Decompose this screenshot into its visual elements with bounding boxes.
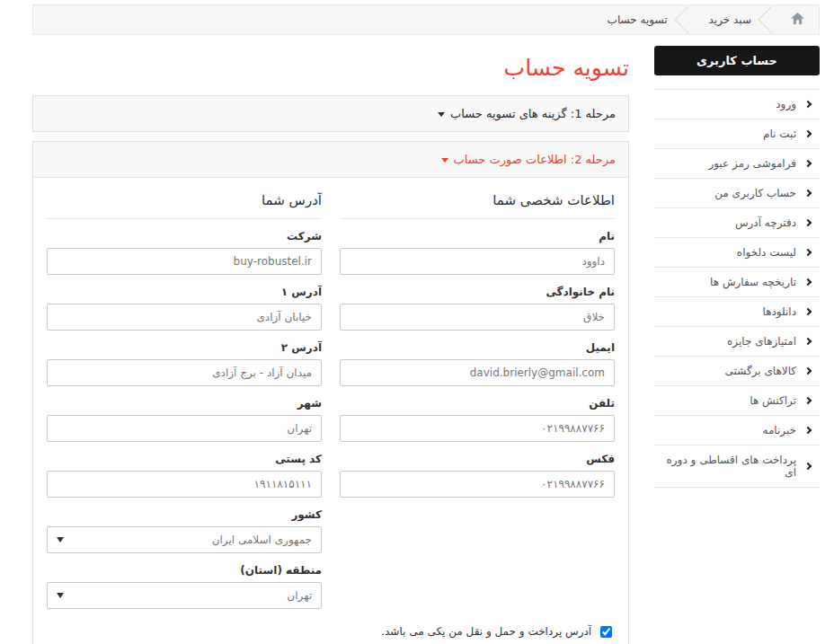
caret-down-icon xyxy=(438,112,445,117)
angle-right-icon xyxy=(804,249,812,256)
sidebar-item-login[interactable]: ورود xyxy=(654,90,820,119)
last-name-input[interactable] xyxy=(340,304,615,331)
postcode-label: کد پستی xyxy=(47,448,322,471)
personal-details-heading: اطلاعات شخصی شما xyxy=(340,192,615,219)
angle-right-icon xyxy=(804,101,812,108)
country-label: کشور xyxy=(47,504,322,526)
last-name-label: نام خانوادگی xyxy=(340,281,615,304)
region-label: منطقه (استان) xyxy=(47,560,322,582)
checkout-content: تسویه حساب مرحله 1: گزینه های تسویه حساب… xyxy=(32,46,629,644)
angle-right-icon xyxy=(804,160,812,167)
address2-input[interactable] xyxy=(47,359,322,386)
angle-right-icon xyxy=(804,278,812,286)
sidebar-item-reward-points[interactable]: امتیازهای جایزه xyxy=(654,327,820,357)
city-input[interactable] xyxy=(47,415,322,442)
sidebar-item-recurring-payments[interactable]: پرداخت های اقساطی و دوره ای xyxy=(654,446,820,488)
email-label: ایمیل xyxy=(340,337,615,359)
first-name-label: نام xyxy=(340,225,615,248)
home-icon xyxy=(791,13,804,27)
first-name-input[interactable] xyxy=(340,248,615,275)
select-arrow-icon xyxy=(57,537,64,543)
step1-header[interactable]: مرحله 1: گزینه های تسویه حساب xyxy=(32,95,629,132)
sidebar-item-register[interactable]: ثبت نام xyxy=(654,119,820,149)
sidebar-item-newsletter[interactable]: خبرنامه xyxy=(654,416,820,446)
city-label: شهر xyxy=(47,393,322,415)
step2-header[interactable]: مرحله 2: اطلاعات صورت حساب xyxy=(33,142,628,178)
angle-right-icon xyxy=(804,130,812,137)
sidebar-menu: ورود ثبت نام فراموشی رمز عبور حساب کاربر… xyxy=(654,89,820,488)
breadcrumb-item-checkout[interactable]: تسویه حساب xyxy=(599,13,677,26)
checkout-page: سبد خرید تسویه حساب حساب کاربری ورود ثبت… xyxy=(0,4,834,644)
company-input[interactable] xyxy=(47,248,322,275)
caret-down-icon xyxy=(441,158,448,163)
breadcrumb-item-cart[interactable]: سبد خرید xyxy=(700,13,760,26)
breadcrumb: سبد خرید تسویه حساب xyxy=(32,4,820,35)
email-input[interactable] xyxy=(340,359,615,386)
angle-right-icon xyxy=(804,463,812,470)
angle-right-icon xyxy=(804,190,812,197)
account-sidebar: حساب کاربری ورود ثبت نام فراموشی رمز عبو… xyxy=(654,46,820,488)
breadcrumb-separator xyxy=(674,5,702,33)
step2-panel: مرحله 2: اطلاعات صورت حساب اطلاعات شخصی … xyxy=(32,141,629,644)
same-address-label: آدرس پرداخت و حمل و نقل من یکی می باشد. xyxy=(381,625,591,638)
address2-label: آدرس ۲ xyxy=(47,337,322,359)
address1-input[interactable] xyxy=(47,304,322,331)
angle-right-icon xyxy=(804,219,812,226)
home-breadcrumb-link[interactable] xyxy=(784,13,812,27)
phone-label: تلفن xyxy=(340,393,615,415)
same-address-checkbox[interactable] xyxy=(600,626,612,638)
angle-right-icon xyxy=(804,397,812,404)
sidebar-item-returns[interactable]: کالاهای برگشتی xyxy=(654,357,820,386)
fax-input[interactable] xyxy=(340,471,615,498)
company-label: شرکت xyxy=(47,225,322,248)
select-arrow-icon xyxy=(57,593,64,598)
sidebar-item-forgot-password[interactable]: فراموشی رمز عبور xyxy=(654,149,820,179)
region-select[interactable]: تهران xyxy=(47,582,322,609)
country-select[interactable]: جمهوری اسلامی ایران xyxy=(47,526,322,553)
sidebar-item-address-book[interactable]: دفترچه آدرس xyxy=(654,208,820,238)
sidebar-item-transactions[interactable]: تراکنش ها xyxy=(654,386,820,416)
personal-details-column: اطلاعات شخصی شما نام نام خانوادگی xyxy=(340,181,615,609)
same-address-row: آدرس پرداخت و حمل و نقل من یکی می باشد. xyxy=(47,623,615,640)
fax-label: فکس xyxy=(340,448,615,471)
angle-right-icon xyxy=(804,427,812,434)
sidebar-item-wishlist[interactable]: لیست دلخواه xyxy=(654,238,820,268)
page-title: تسویه حساب xyxy=(32,55,629,81)
angle-right-icon xyxy=(804,338,812,345)
postcode-input[interactable] xyxy=(47,471,322,498)
sidebar-title: حساب کاربری xyxy=(654,46,820,75)
angle-right-icon xyxy=(804,308,812,315)
sidebar-item-my-account[interactable]: حساب کاربری من xyxy=(654,179,820,208)
angle-right-icon xyxy=(804,367,812,375)
address-heading: آدرس شما xyxy=(47,192,322,219)
address1-label: آدرس ۱ xyxy=(47,281,322,304)
sidebar-item-downloads[interactable]: دانلودها xyxy=(654,297,820,327)
breadcrumb-separator xyxy=(758,5,785,33)
address-column: آدرس شما شرکت آدرس ۱ آد xyxy=(47,181,322,609)
sidebar-item-order-history[interactable]: تاریخچه سفارش ها xyxy=(654,268,820,297)
billing-form: اطلاعات شخصی شما نام نام خانوادگی xyxy=(33,178,628,644)
phone-input[interactable] xyxy=(340,415,615,442)
